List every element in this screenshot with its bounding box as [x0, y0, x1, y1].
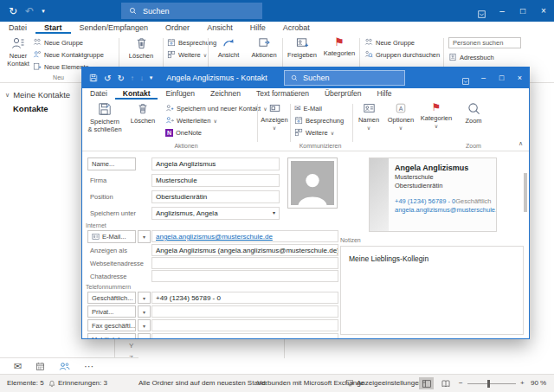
names-button[interactable]: Namen ∨	[356, 102, 382, 132]
position-input[interactable]: Oberstudienrätin	[151, 190, 280, 203]
tab-kontakt[interactable]: Kontakt	[115, 88, 158, 100]
ribbon-display-options-button[interactable]	[471, 3, 492, 18]
forward-button[interactable]: Weiterleiten ∨	[165, 115, 267, 125]
phone-fax-input[interactable]	[151, 319, 338, 331]
webpage-input[interactable]	[151, 257, 338, 269]
email-input[interactable]: angela.anglizismus@musterschule.de	[151, 230, 338, 242]
tab-ordner[interactable]: Ordner	[157, 22, 198, 34]
new-contact-button[interactable]: Neuer Kontakt	[4, 36, 32, 67]
minimize-button[interactable]: –	[492, 0, 512, 22]
my-contacts-header[interactable]: ∨ Meine Kontakte	[5, 90, 70, 100]
reminder-count[interactable]: Erinnerungen: 3	[58, 375, 107, 392]
display-settings-button[interactable]: Anzeigeeinstellungen	[357, 375, 422, 392]
display-as-input[interactable]: Angela Anglizismus (angela.anglizismus@m…	[151, 244, 338, 256]
zoom-slider-track[interactable]	[467, 383, 516, 384]
tab-datei[interactable]: Datei	[82, 88, 115, 100]
browse-groups-button[interactable]: Gruppen durchsuchen	[364, 49, 440, 60]
address-book-button[interactable]: Adressbuch	[448, 52, 521, 62]
collapse-ribbon-icon[interactable]: ∧	[519, 140, 523, 147]
contact-photo-button[interactable]	[287, 157, 338, 209]
main-search-input[interactable]: Suchen	[121, 3, 262, 19]
phone-business-input[interactable]: +49 (1234) 56789 - 0	[151, 292, 338, 304]
redo-icon[interactable]: ↻	[117, 74, 124, 83]
close-button[interactable]: ×	[533, 0, 554, 22]
normal-view-button[interactable]	[419, 377, 434, 389]
zoom-slider-thumb[interactable]	[487, 380, 490, 388]
item-count[interactable]: Elemente: 5	[7, 375, 44, 392]
notes-input[interactable]: Meine Lieblings-Kollegin	[340, 246, 524, 335]
zoom-in-button[interactable]: +	[520, 375, 525, 392]
email-button[interactable]: ✉ E-Mail	[294, 103, 344, 113]
tab-acrobat[interactable]: Acrobat	[274, 22, 319, 34]
save-close-button[interactable]: Speichern & schließen	[87, 102, 122, 133]
email-type-dropdown[interactable]: ▾	[138, 230, 151, 243]
zoom-button[interactable]: Zoom	[460, 102, 487, 125]
show-button[interactable]: Anzeigen ∨	[261, 102, 288, 132]
phone-mobile-input[interactable]	[151, 333, 338, 338]
tab-text-formatieren[interactable]: Text formatieren	[248, 88, 317, 100]
phone-private-input[interactable]	[151, 305, 338, 318]
name-button[interactable]: Name...	[87, 157, 136, 170]
tab-hilfe[interactable]: Hilfe	[370, 88, 400, 100]
view-button[interactable]: Ansicht	[212, 36, 245, 60]
onenote-button[interactable]: N OneNote	[165, 127, 267, 138]
calendar-nav-icon[interactable]	[35, 362, 45, 371]
sync-icon[interactable]: ↻	[9, 5, 17, 17]
delete-button[interactable]: Löschen	[123, 36, 159, 61]
new-group-2-button[interactable]: Neue Gruppe	[364, 37, 440, 48]
qat-customize-caret-icon[interactable]: ▾	[150, 74, 153, 81]
ribbon-display-options-button[interactable]	[456, 71, 474, 85]
phone-business-dropdown[interactable]: ▾	[138, 292, 151, 304]
im-address-input[interactable]	[151, 270, 338, 282]
alpha-index-y[interactable]: Y	[129, 342, 133, 350]
save-new-contact-button[interactable]: Speichern und neuer Kontakt ∨	[165, 103, 267, 113]
name-input[interactable]: Angela Anglizismus	[151, 157, 280, 170]
dialog-delete-button[interactable]: Löschen	[126, 102, 160, 125]
qat-customize-caret-icon[interactable]: ▾	[42, 8, 45, 15]
tab-zeichnen[interactable]: Zeichnen	[203, 88, 248, 100]
share-button[interactable]: Freigeben	[286, 36, 319, 60]
maximize-button[interactable]: □	[493, 67, 511, 88]
save-icon[interactable]	[89, 74, 98, 82]
more-button[interactable]: Weitere ∨	[294, 127, 344, 138]
tab-datei[interactable]: Datei	[0, 22, 35, 34]
reading-view-button[interactable]	[438, 377, 453, 389]
tab-ueberpruefen[interactable]: Überprüfen	[317, 88, 370, 100]
zoom-level[interactable]: 90 %	[531, 375, 546, 392]
email-button[interactable]: E-Mail...	[87, 230, 136, 243]
phone-fax-button[interactable]: Fax geschäftl...	[87, 319, 136, 331]
people-nav-icon[interactable]	[59, 362, 70, 371]
tab-start[interactable]: Start	[35, 22, 71, 34]
file-as-select[interactable]: Anglizismus, Angela ▾	[151, 207, 280, 220]
maximize-button[interactable]: □	[512, 0, 533, 22]
tab-einfuegen[interactable]: Einfügen	[158, 88, 203, 100]
phone-business-button[interactable]: Geschäftlich...	[87, 292, 136, 304]
meeting-button[interactable]: Besprechung	[294, 115, 344, 125]
dialog-scrollbar-thumb[interactable]	[524, 173, 527, 212]
more-button[interactable]: Weitere ∨	[167, 49, 216, 60]
company-input[interactable]: Musterschule	[151, 174, 280, 187]
business-card-preview[interactable]: Angela Anglizismus Musterschule Oberstud…	[369, 157, 497, 232]
phone-mobile-button[interactable]: Mobiltelefon...	[87, 333, 136, 338]
meeting-button[interactable]: Besprechung	[167, 37, 216, 48]
tab-ansicht[interactable]: Ansicht	[198, 22, 242, 34]
sidebar-item-kontakte[interactable]: Kontakte	[13, 104, 48, 113]
new-contact-group-button[interactable]: Neue Kontaktgruppe	[33, 49, 104, 60]
undo-icon[interactable]: ↺	[104, 74, 111, 83]
phone-private-button[interactable]: Privat...	[87, 305, 136, 318]
mail-nav-icon[interactable]: ✉	[14, 362, 22, 371]
tab-hilfe[interactable]: Hilfe	[242, 22, 274, 34]
new-group-button[interactable]: Neue Gruppe	[33, 37, 104, 48]
actions-button[interactable]: Aktionen	[248, 36, 280, 60]
close-button[interactable]: ×	[511, 67, 529, 88]
tab-senden-empfangen[interactable]: Senden/Empfangen	[71, 22, 158, 34]
zoom-out-button[interactable]: −	[459, 375, 463, 392]
phone-fax-dropdown[interactable]: ▾	[138, 319, 151, 331]
options-button[interactable]: A Optionen ∨	[387, 102, 415, 132]
phone-mobile-dropdown[interactable]: ▾	[138, 333, 151, 338]
search-people-input[interactable]: Personen suchen	[448, 37, 521, 48]
categories-button[interactable]: ⚑ Kategorien ∨	[420, 102, 453, 130]
more-apps-icon[interactable]: ⋯	[84, 362, 93, 371]
phone-private-dropdown[interactable]: ▾	[138, 305, 151, 318]
dialog-search-input[interactable]: Suchen	[284, 70, 405, 86]
